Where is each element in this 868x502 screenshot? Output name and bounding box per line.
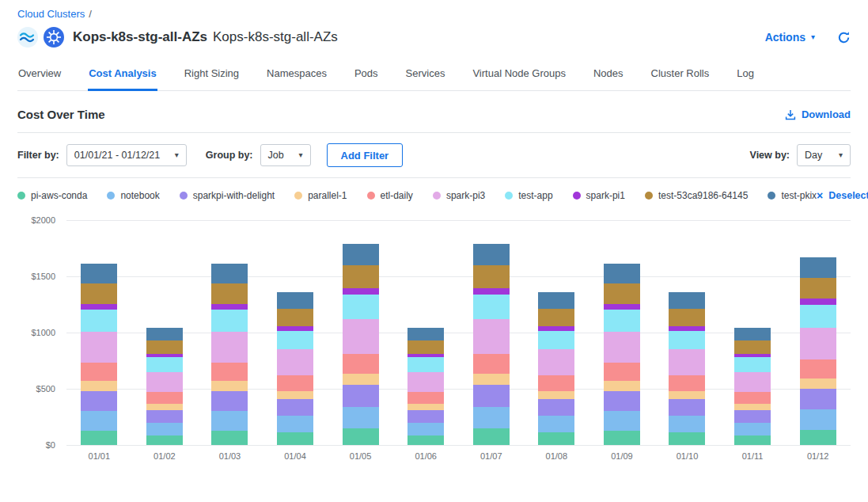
bar-segment-sparkpi-with-delight[interactable]	[407, 410, 444, 423]
bar-segment-spark-pi3[interactable]	[407, 372, 444, 392]
bar-segment-notebook[interactable]	[604, 411, 640, 431]
bar-segment-spark-pi3[interactable]	[734, 372, 771, 392]
bar-segment-sparkpi-with-delight[interactable]	[211, 391, 248, 411]
bar-segment-notebook[interactable]	[669, 416, 705, 432]
bar-segment-etl-daily[interactable]	[538, 375, 574, 390]
bar-segment-test-pkix[interactable]	[538, 292, 574, 309]
bar-segment-spark-pi3[interactable]	[604, 332, 640, 363]
bar-segment-spark-pi1[interactable]	[800, 299, 836, 304]
bar-segment-test-53ca9186-64145[interactable]	[81, 283, 117, 304]
bar-segment-parallel-1[interactable]	[538, 391, 574, 400]
bar-segment-test-pkix[interactable]	[81, 264, 117, 283]
bar-segment-sparkpi-with-delight[interactable]	[800, 389, 836, 409]
bar-segment-notebook[interactable]	[800, 409, 836, 430]
bar-segment-test-app[interactable]	[407, 357, 444, 371]
bar-segment-test-pkix[interactable]	[407, 328, 444, 340]
bar-segment-etl-daily[interactable]	[473, 354, 510, 374]
bar-01-10[interactable]	[669, 292, 705, 445]
download-button[interactable]: Download	[785, 108, 851, 120]
date-range-select[interactable]: 01/01/21 - 01/12/21 ▾	[66, 144, 187, 166]
bar-segment-test-pkix[interactable]	[343, 244, 379, 265]
bar-segment-test-pkix[interactable]	[800, 257, 836, 278]
bar-segment-sparkpi-with-delight[interactable]	[604, 391, 640, 411]
tab-nodes[interactable]: Nodes	[593, 59, 624, 91]
bar-segment-pi-aws-conda[interactable]	[343, 428, 379, 445]
bar-segment-pi-aws-conda[interactable]	[211, 431, 248, 445]
view-by-select[interactable]: Day ▾	[797, 144, 851, 166]
bar-segment-notebook[interactable]	[211, 411, 248, 431]
bar-segment-test-app[interactable]	[538, 331, 574, 350]
bar-segment-spark-pi3[interactable]	[277, 349, 313, 375]
group-by-select[interactable]: Job ▾	[260, 144, 311, 166]
bar-01-04[interactable]	[277, 292, 313, 445]
legend-item-test-53ca9186-64145[interactable]: test-53ca9186-64145	[645, 190, 748, 201]
bar-segment-pi-aws-conda[interactable]	[81, 431, 117, 445]
bar-segment-pi-aws-conda[interactable]	[800, 430, 836, 445]
bar-segment-etl-daily[interactable]	[211, 363, 248, 381]
bar-segment-notebook[interactable]	[473, 407, 510, 429]
bar-01-07[interactable]	[473, 244, 510, 445]
bar-segment-test-pkix[interactable]	[604, 264, 640, 283]
legend-item-spark-pi3[interactable]: spark-pi3	[433, 190, 485, 201]
bar-01-03[interactable]	[211, 264, 248, 445]
bar-segment-pi-aws-conda[interactable]	[473, 428, 510, 445]
bar-segment-notebook[interactable]	[538, 416, 574, 432]
legend-item-test-pkix[interactable]: test-pkix	[768, 190, 817, 201]
bar-segment-spark-pi3[interactable]	[81, 332, 117, 363]
bar-segment-spark-pi1[interactable]	[343, 288, 379, 295]
bar-segment-sparkpi-with-delight[interactable]	[669, 399, 705, 416]
bar-segment-test-pkix[interactable]	[211, 264, 248, 283]
bar-segment-spark-pi1[interactable]	[81, 304, 117, 310]
bar-segment-test-app[interactable]	[604, 310, 640, 332]
bar-segment-test-pkix[interactable]	[146, 328, 183, 340]
bar-segment-parallel-1[interactable]	[669, 391, 705, 400]
tab-cluster-rolls[interactable]: Cluster Rolls	[650, 59, 711, 91]
bar-segment-spark-pi1[interactable]	[211, 304, 248, 310]
bar-segment-test-app[interactable]	[277, 331, 313, 350]
legend-item-etl-daily[interactable]: etl-daily	[367, 190, 413, 201]
bar-segment-test-53ca9186-64145[interactable]	[734, 340, 771, 353]
bar-segment-pi-aws-conda[interactable]	[604, 431, 640, 445]
bar-segment-test-53ca9186-64145[interactable]	[669, 309, 705, 326]
bar-segment-spark-pi1[interactable]	[473, 288, 510, 295]
bar-01-08[interactable]	[538, 292, 574, 445]
legend-item-spark-pi1[interactable]: spark-pi1	[573, 190, 625, 201]
bar-segment-etl-daily[interactable]	[343, 354, 379, 374]
bar-segment-test-53ca9186-64145[interactable]	[146, 340, 183, 353]
deselect-all-button[interactable]: × Deselect All	[817, 190, 868, 201]
legend-item-parallel-1[interactable]: parallel-1	[294, 190, 347, 201]
bar-segment-spark-pi3[interactable]	[538, 349, 574, 375]
bar-segment-parallel-1[interactable]	[604, 381, 640, 391]
bar-segment-spark-pi3[interactable]	[343, 319, 379, 353]
bar-segment-parallel-1[interactable]	[734, 404, 771, 410]
bar-segment-spark-pi1[interactable]	[604, 304, 640, 310]
bar-segment-test-53ca9186-64145[interactable]	[343, 265, 379, 287]
bar-segment-sparkpi-with-delight[interactable]	[146, 410, 183, 423]
bar-segment-pi-aws-conda[interactable]	[407, 435, 444, 445]
bar-segment-test-app[interactable]	[146, 357, 183, 371]
bar-segment-parallel-1[interactable]	[81, 381, 117, 391]
bar-segment-parallel-1[interactable]	[473, 374, 510, 385]
bar-segment-spark-pi3[interactable]	[800, 328, 836, 359]
bar-segment-etl-daily[interactable]	[146, 392, 183, 404]
bar-segment-sparkpi-with-delight[interactable]	[81, 391, 117, 411]
bar-segment-etl-daily[interactable]	[81, 363, 117, 381]
tab-namespaces[interactable]: Namespaces	[266, 59, 328, 91]
bar-segment-test-53ca9186-64145[interactable]	[538, 309, 574, 326]
bar-segment-pi-aws-conda[interactable]	[669, 432, 705, 445]
bar-01-12[interactable]	[800, 257, 836, 445]
bar-segment-parallel-1[interactable]	[146, 404, 183, 410]
bar-segment-notebook[interactable]	[146, 423, 183, 435]
bar-01-01[interactable]	[81, 264, 117, 445]
bar-segment-spark-pi3[interactable]	[211, 332, 248, 363]
bar-segment-test-53ca9186-64145[interactable]	[800, 278, 836, 299]
bar-segment-parallel-1[interactable]	[800, 378, 836, 389]
bar-segment-sparkpi-with-delight[interactable]	[734, 410, 771, 423]
bar-segment-notebook[interactable]	[343, 407, 379, 429]
bar-segment-test-app[interactable]	[473, 295, 510, 320]
bar-segment-test-53ca9186-64145[interactable]	[407, 340, 444, 353]
bar-segment-test-app[interactable]	[734, 357, 771, 371]
bar-01-02[interactable]	[146, 328, 183, 445]
bar-segment-parallel-1[interactable]	[211, 381, 248, 391]
bar-segment-parallel-1[interactable]	[343, 374, 379, 385]
